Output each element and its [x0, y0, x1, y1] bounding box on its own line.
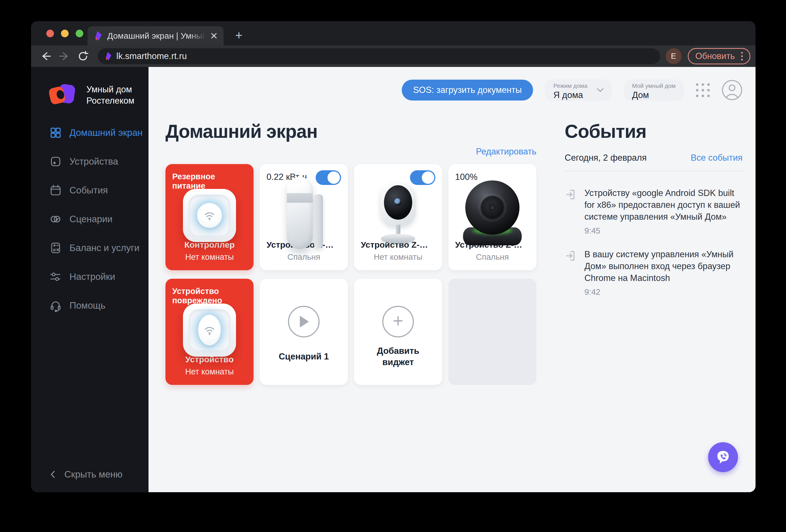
new-tab-button[interactable]: + — [233, 30, 245, 42]
wifi-icon — [203, 210, 216, 221]
dashboard-icon — [49, 126, 62, 139]
page-title: Домашний экран — [165, 121, 536, 142]
headset-icon — [49, 299, 62, 312]
controller-device-image — [172, 191, 247, 240]
event-item[interactable]: Устройству «google Android SDK built for… — [565, 187, 742, 235]
event-text: В вашу систему управления «Умный Дом» вы… — [584, 249, 742, 284]
favicon — [94, 31, 102, 41]
sos-button[interactable]: SOS: загрузить документы — [402, 79, 533, 100]
event-text: Устройству «google Android SDK built for… — [584, 187, 742, 223]
login-arrow-icon — [565, 188, 577, 201]
event-time: 9:42 — [584, 287, 742, 297]
browser-toolbar: lk.smarthome.rt.ru E Обновить — [31, 45, 756, 67]
settings-icon — [49, 270, 62, 283]
browser-window: Домашний экран | Умный Дом ✕ + lk.smarth… — [31, 21, 756, 492]
device-room: Спальня — [476, 252, 509, 262]
widget-placeholder — [448, 279, 536, 385]
device-room: Спальня — [287, 252, 320, 262]
add-widget-card[interactable]: + Добавить виджет — [354, 279, 442, 385]
widget-card-controller[interactable]: Резервное питание Контроллер Не — [165, 164, 254, 270]
calendar-icon — [49, 184, 62, 197]
event-time: 9:45 — [584, 226, 742, 235]
tab-title: Домашний экран | Умный Дом — [107, 31, 208, 41]
sidebar-item-scenarios[interactable]: Сценарии — [49, 205, 148, 233]
main-area: SOS: загрузить документы Режим дома Я до… — [148, 67, 756, 492]
close-tab-icon[interactable]: ✕ — [210, 31, 218, 41]
sidebar-item-events[interactable]: События — [49, 176, 148, 205]
screen: Домашний экран | Умный Дом ✕ + lk.smarth… — [0, 0, 786, 532]
widgets-grid: Резервное питание Контроллер Не — [165, 164, 536, 385]
zoom-window-button[interactable] — [76, 30, 83, 37]
device-room: Нет комнаты — [374, 252, 422, 262]
widget-card-scenario[interactable]: Сценарий 1 — [260, 279, 348, 385]
browser-update-button[interactable]: Обновить — [688, 48, 750, 64]
device-room: Нет комнаты — [185, 367, 234, 376]
site-favicon — [105, 52, 112, 61]
reload-icon[interactable] — [77, 50, 89, 63]
chevron-left-icon — [49, 469, 56, 479]
all-events-link[interactable]: Все события — [691, 153, 742, 163]
alert-badge: Резервное питание — [172, 172, 247, 191]
events-title: События — [565, 121, 742, 142]
widgets-column: Домашний экран Редактировать Резервное п… — [165, 101, 536, 385]
rostelecom-logo-icon — [49, 83, 76, 107]
close-window-button[interactable] — [46, 30, 54, 37]
alert-badge: Устройство повреждено — [172, 286, 247, 305]
widget-card-door-sensor[interactable]: 0.22 кВт·ч Устройство Z-Wave: 1… Спальня — [260, 164, 348, 270]
plus-icon[interactable]: + — [382, 306, 414, 338]
scenarios-icon — [49, 213, 62, 226]
minimize-window-button[interactable] — [61, 30, 69, 37]
sidebar-item-home[interactable]: Домашний экран — [49, 118, 148, 147]
header-actions: SOS: загрузить документы Режим дома Я до… — [165, 79, 742, 101]
collapse-menu-button[interactable]: Скрыть меню — [49, 469, 148, 480]
sidebar-item-balance[interactable]: Баланс и услуги — [49, 233, 148, 262]
edit-link[interactable]: Редактировать — [476, 146, 536, 157]
app-logo-text: Умный дом Ростелеком — [86, 84, 134, 107]
sidebar: Умный дом Ростелеком Домашний экран Устр… — [31, 67, 148, 492]
sidebar-item-settings[interactable]: Настройки — [49, 262, 148, 291]
sensor-device-image — [172, 305, 247, 355]
url-bar[interactable]: lk.smarthome.rt.ru — [98, 48, 660, 64]
apps-grid-icon[interactable] — [696, 83, 710, 97]
viber-icon — [715, 449, 732, 466]
widget-card-indoor-camera[interactable]: Устройство Z-Wave: 1… Нет комнаты — [354, 164, 442, 270]
events-panel: События Сегодня, 2 февраля Все события У… — [565, 101, 742, 385]
chevron-down-icon — [596, 87, 604, 93]
indoor-camera-image — [361, 186, 435, 240]
balance-icon — [49, 241, 62, 254]
tab-strip: Домашний экран | Умный Дом ✕ + — [31, 21, 756, 45]
event-item[interactable]: В вашу систему управления «Умный Дом» вы… — [565, 249, 742, 297]
app-logo: Умный дом Ростелеком — [49, 83, 148, 107]
login-arrow-icon — [565, 250, 577, 262]
my-home-select[interactable]: Мой умный дом Дом — [624, 79, 684, 101]
app-content: Умный дом Ростелеком Домашний экран Устр… — [31, 67, 756, 492]
user-avatar-icon[interactable] — [722, 79, 742, 100]
browser-tab[interactable]: Домашний экран | Умный Дом ✕ — [88, 26, 224, 45]
wifi-icon — [203, 325, 216, 336]
device-room: Нет комнаты — [185, 252, 234, 262]
sidebar-nav: Домашний экран Устройства События Сценар… — [49, 118, 148, 320]
widget-card-damaged-device[interactable]: Устройство повреждено Устройство — [165, 279, 254, 385]
play-icon[interactable] — [288, 306, 320, 338]
sidebar-item-help[interactable]: Помощь — [49, 291, 148, 320]
scenario-name: Сценарий 1 — [279, 351, 329, 362]
back-icon[interactable] — [40, 50, 52, 63]
window-controls — [46, 30, 83, 37]
kebab-menu-icon[interactable] — [741, 52, 743, 61]
forward-icon[interactable] — [58, 50, 71, 63]
divider — [565, 171, 742, 171]
update-label: Обновить — [695, 51, 735, 61]
add-widget-label: Добавить виджет — [373, 345, 423, 368]
url-text: lk.smarthome.rt.ru — [116, 51, 187, 61]
home-mode-select[interactable]: Режим дома Я дома — [545, 79, 612, 101]
sidebar-item-devices[interactable]: Устройства — [49, 147, 148, 176]
viber-chat-button[interactable] — [708, 442, 738, 472]
events-date: Сегодня, 2 февраля — [565, 153, 647, 163]
device-icon — [49, 155, 62, 168]
ptz-camera-image — [455, 186, 530, 240]
widget-card-ptz-camera[interactable]: 100% Устройство Z-Wave: 1… Спальня — [448, 164, 536, 270]
door-sensor-image — [267, 186, 341, 240]
browser-profile-avatar[interactable]: E — [666, 48, 681, 64]
